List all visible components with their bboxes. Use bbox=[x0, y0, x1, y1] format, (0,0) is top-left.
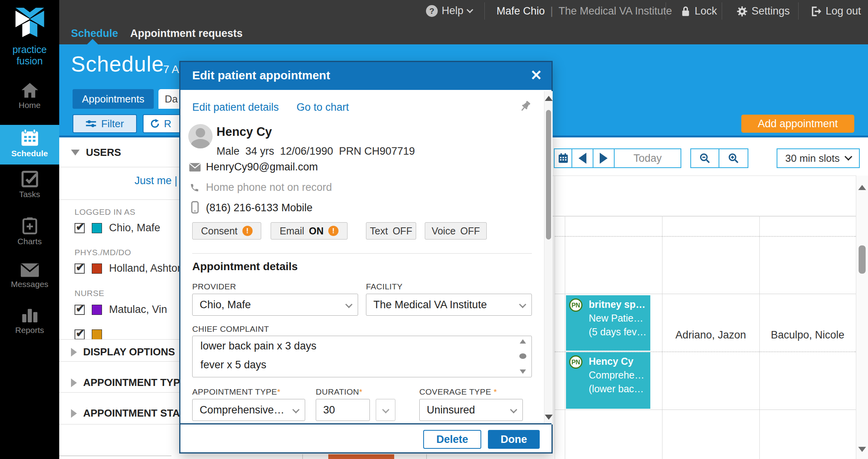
go-to-chart-link[interactable]: Go to chart bbox=[297, 101, 349, 113]
patient-home-phone: Home phone not on record bbox=[206, 181, 332, 194]
scroll-up-arrow[interactable] bbox=[520, 339, 526, 344]
duration-input[interactable]: 30 bbox=[316, 399, 370, 421]
filter-label: Filter bbox=[101, 118, 124, 130]
email-consent-button[interactable]: Email ON ! bbox=[271, 222, 348, 240]
prev-day-button[interactable] bbox=[572, 149, 593, 167]
appointments-toggle[interactable]: Appointments bbox=[73, 89, 154, 109]
slot-size-dropdown[interactable]: 30 min slots bbox=[777, 148, 860, 168]
scrollbar-thumb[interactable] bbox=[859, 245, 866, 274]
provider-select[interactable]: Chio, Mafe bbox=[192, 294, 358, 316]
caret-right-icon bbox=[71, 348, 77, 357]
chief-complaint-line2: fever x 5 days bbox=[200, 359, 266, 371]
sidebar-item-charts[interactable]: Charts bbox=[0, 215, 59, 251]
close-icon[interactable]: ✕ bbox=[530, 67, 542, 84]
scrollbar-thumb[interactable] bbox=[546, 110, 551, 240]
refresh-button[interactable]: R bbox=[143, 114, 182, 133]
alert-icon: ! bbox=[242, 226, 253, 236]
user-name-label: Chio, Mafe bbox=[109, 222, 160, 234]
voice-consent-button[interactable]: Voice OFF bbox=[425, 222, 487, 240]
filters-panel: USERS Just me | LOGGED IN AS ✔ Chio, Maf… bbox=[59, 139, 179, 459]
user-row: ✔ Matulac, Vin bbox=[75, 304, 167, 316]
help-menu[interactable]: ? Help bbox=[426, 5, 472, 17]
scroll-down-arrow[interactable] bbox=[520, 369, 526, 374]
account-info[interactable]: Mafe Chio | The Medical VA Institute bbox=[497, 5, 672, 17]
done-label: Done bbox=[500, 433, 527, 446]
users-section-header[interactable]: USERS bbox=[71, 146, 121, 159]
user-checkbox[interactable]: ✔ bbox=[75, 223, 85, 233]
topbar-divider bbox=[722, 2, 722, 20]
appointment-details-title: Appointment details bbox=[192, 260, 298, 273]
display-options-section[interactable]: DISPLAY OPTIONS bbox=[71, 346, 175, 358]
lock-icon bbox=[681, 6, 691, 17]
sidebar-item-home[interactable]: Home bbox=[0, 80, 59, 117]
appointment-status-section[interactable]: APPOINTMENT STAT bbox=[71, 407, 179, 419]
scroll-up-arrow[interactable] bbox=[858, 185, 866, 190]
user-checkbox[interactable]: ✔ bbox=[75, 329, 85, 339]
pin-icon[interactable] bbox=[519, 100, 532, 113]
filter-button[interactable]: Filter bbox=[73, 114, 137, 133]
scroll-up-arrow[interactable] bbox=[545, 96, 553, 101]
logout-label: Log out bbox=[826, 5, 861, 17]
chief-complaint-textarea[interactable]: lower back pain x 3 days fever x 5 days bbox=[192, 336, 532, 377]
done-button[interactable]: Done bbox=[488, 430, 540, 449]
avatar bbox=[188, 124, 213, 148]
active-tab-notch bbox=[87, 39, 98, 44]
consent-button[interactable]: Consent ! bbox=[192, 222, 261, 240]
sidebar-item-messages[interactable]: Messages bbox=[0, 260, 59, 296]
arrow-left-icon bbox=[579, 153, 586, 164]
coverage-type-select[interactable]: Uninsured bbox=[419, 399, 523, 421]
gear-icon bbox=[737, 6, 748, 17]
patient-name: Hency Cy bbox=[217, 125, 272, 139]
lock-button[interactable]: Lock bbox=[681, 5, 717, 17]
user-color-swatch bbox=[92, 223, 102, 233]
settings-button[interactable]: Settings bbox=[737, 5, 790, 17]
calendar-area: Today 30 min slots bbox=[553, 139, 868, 459]
edit-patient-details-link[interactable]: Edit patient details bbox=[192, 101, 279, 113]
sidebar-item-schedule[interactable]: Schedule bbox=[0, 125, 59, 165]
tab-schedule[interactable]: Schedule bbox=[71, 27, 118, 40]
group-label: PHYS./MD/DO bbox=[75, 248, 131, 257]
calendar-grid[interactable]: PN britney sp… New Patie… (5 days fev… P… bbox=[553, 216, 856, 459]
today-button[interactable]: Today bbox=[615, 149, 681, 167]
caret-down-icon bbox=[71, 150, 80, 155]
scroll-down-arrow[interactable] bbox=[858, 447, 866, 452]
mini-calendar-button[interactable] bbox=[555, 149, 572, 167]
zoom-in-button[interactable] bbox=[719, 149, 748, 167]
facility-value: The Medical VA Institute bbox=[373, 299, 487, 311]
appointment-event-hency[interactable]: PN Hency Cy Comprehe… (lower bac… bbox=[566, 352, 650, 409]
user-checkbox[interactable]: ✔ bbox=[75, 305, 85, 315]
tab-appointment-requests[interactable]: Appointment requests bbox=[130, 27, 243, 40]
logout-button[interactable]: Log out bbox=[811, 5, 861, 17]
email-icon bbox=[189, 163, 201, 172]
next-day-button[interactable] bbox=[593, 149, 615, 167]
sidebar-item-tasks[interactable]: Tasks bbox=[0, 169, 59, 205]
grid-line bbox=[553, 176, 868, 176]
zoom-out-button[interactable] bbox=[691, 149, 719, 167]
appointment-type-section[interactable]: APPOINTMENT TYPE bbox=[71, 377, 179, 389]
add-appointment-button[interactable]: Add appointment bbox=[741, 115, 854, 133]
chevron-down-icon bbox=[510, 406, 517, 413]
text-consent-button[interactable]: Text OFF bbox=[366, 222, 416, 240]
grid-line bbox=[555, 176, 555, 459]
scroll-down-arrow[interactable] bbox=[545, 415, 553, 420]
user-checkbox[interactable]: ✔ bbox=[75, 263, 85, 274]
duration-stepper[interactable] bbox=[376, 399, 395, 421]
user-name-label: Holland, Ashton bbox=[109, 262, 179, 274]
chief-complaint-label: CHIEF COMPLAINT bbox=[192, 324, 269, 334]
just-me-link[interactable]: Just me | bbox=[135, 175, 177, 187]
section-label: APPOINTMENT TYPE bbox=[83, 377, 179, 389]
appointment-event-britney[interactable]: PN britney sp… New Patie… (5 days fev… bbox=[566, 295, 650, 351]
event-patient-name: britney sp… bbox=[589, 298, 648, 311]
grid-line bbox=[302, 454, 303, 459]
patient-note-badge: PN bbox=[569, 355, 582, 369]
delete-label: Delete bbox=[436, 433, 468, 446]
appointment-type-select[interactable]: Comprehensive… bbox=[192, 399, 305, 421]
modal-scrollbar[interactable] bbox=[544, 91, 553, 424]
delete-button[interactable]: Delete bbox=[423, 430, 481, 449]
sidebar-item-reports[interactable]: Reports bbox=[0, 305, 59, 341]
calendar-scrollbar[interactable] bbox=[856, 176, 868, 459]
scrollbar-thumb[interactable] bbox=[519, 353, 526, 359]
chevron-down-icon bbox=[292, 406, 299, 413]
facility-select[interactable]: The Medical VA Institute bbox=[366, 294, 532, 316]
grid-line bbox=[565, 216, 565, 459]
